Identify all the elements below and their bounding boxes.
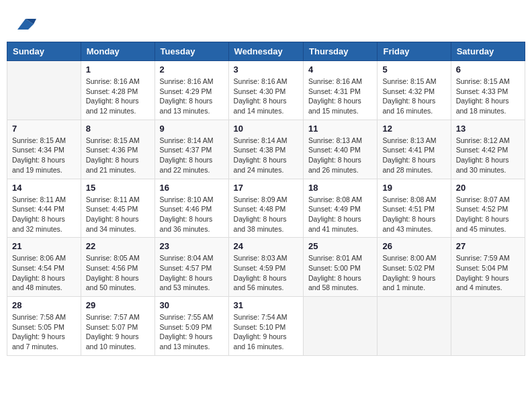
day-number: 4 [308,64,372,75]
day-info: Sunrise: 7:55 AM Sunset: 5:09 PM Dayligh… [160,312,224,352]
calendar-cell: 10Sunrise: 8:14 AM Sunset: 4:38 PM Dayli… [228,120,303,179]
day-number: 18 [308,183,372,193]
calendar-cell: 12Sunrise: 8:13 AM Sunset: 4:41 PM Dayli… [378,120,451,179]
day-info: Sunrise: 8:05 AM Sunset: 4:56 PM Dayligh… [86,253,150,293]
weekday-header-wednesday: Wednesday [228,42,303,61]
calendar-cell: 9Sunrise: 8:14 AM Sunset: 4:37 PM Daylig… [154,120,228,179]
calendar-cell: 17Sunrise: 8:09 AM Sunset: 4:48 PM Dayli… [228,179,303,238]
day-number: 16 [160,183,224,193]
calendar-week-row: 7Sunrise: 8:15 AM Sunset: 4:34 PM Daylig… [7,120,525,179]
calendar-cell: 2Sunrise: 8:16 AM Sunset: 4:29 PM Daylig… [154,61,228,120]
calendar-cell: 28Sunrise: 7:58 AM Sunset: 5:05 PM Dayli… [7,297,81,356]
day-info: Sunrise: 8:15 AM Sunset: 4:33 PM Dayligh… [456,77,520,116]
day-info: Sunrise: 8:11 AM Sunset: 4:45 PM Dayligh… [86,195,150,234]
calendar-cell: 29Sunrise: 7:57 AM Sunset: 5:07 PM Dayli… [81,297,154,356]
day-number: 15 [86,183,150,193]
calendar-cell: 19Sunrise: 8:08 AM Sunset: 4:51 PM Dayli… [378,179,451,238]
calendar-cell: 30Sunrise: 7:55 AM Sunset: 5:09 PM Dayli… [154,297,228,356]
calendar-cell [304,297,378,356]
day-info: Sunrise: 8:14 AM Sunset: 4:38 PM Dayligh… [234,136,298,175]
day-info: Sunrise: 8:10 AM Sunset: 4:46 PM Dayligh… [160,195,224,234]
calendar-week-row: 14Sunrise: 8:11 AM Sunset: 4:44 PM Dayli… [7,179,525,238]
calendar-cell: 25Sunrise: 8:01 AM Sunset: 5:00 PM Dayli… [304,238,378,297]
day-number: 3 [234,64,298,75]
calendar-cell: 26Sunrise: 8:00 AM Sunset: 5:02 PM Dayli… [378,238,451,297]
weekday-header-monday: Monday [81,42,154,61]
day-number: 7 [12,124,76,134]
calendar-cell: 3Sunrise: 8:16 AM Sunset: 4:30 PM Daylig… [228,61,303,120]
weekday-header-tuesday: Tuesday [154,42,228,61]
day-info: Sunrise: 8:07 AM Sunset: 4:52 PM Dayligh… [456,195,520,234]
day-number: 30 [160,300,224,310]
day-info: Sunrise: 8:09 AM Sunset: 4:48 PM Dayligh… [234,195,298,234]
calendar-cell [378,297,451,356]
day-info: Sunrise: 8:15 AM Sunset: 4:34 PM Dayligh… [12,136,76,175]
day-info: Sunrise: 8:13 AM Sunset: 4:41 PM Dayligh… [382,136,445,175]
calendar-cell [7,61,81,120]
day-number: 2 [160,64,224,75]
calendar-cell: 23Sunrise: 8:04 AM Sunset: 4:57 PM Dayli… [154,238,228,297]
day-number: 13 [456,124,520,134]
day-info: Sunrise: 8:08 AM Sunset: 4:49 PM Dayligh… [308,195,372,234]
calendar-cell: 21Sunrise: 8:06 AM Sunset: 4:54 PM Dayli… [7,238,81,297]
day-info: Sunrise: 8:08 AM Sunset: 4:51 PM Dayligh… [382,195,445,234]
day-number: 24 [234,241,298,251]
weekday-header-sunday: Sunday [7,42,81,61]
day-info: Sunrise: 8:15 AM Sunset: 4:32 PM Dayligh… [382,77,445,116]
calendar-week-row: 21Sunrise: 8:06 AM Sunset: 4:54 PM Dayli… [7,238,525,297]
logo [13,13,36,35]
weekday-header-row: SundayMondayTuesdayWednesdayThursdayFrid… [7,42,525,61]
day-number: 22 [86,241,150,251]
day-number: 31 [234,300,298,310]
weekday-header-saturday: Saturday [451,42,525,61]
day-number: 21 [12,241,76,251]
day-number: 26 [382,241,445,251]
calendar-cell: 5Sunrise: 8:15 AM Sunset: 4:32 PM Daylig… [378,61,451,120]
calendar-week-row: 28Sunrise: 7:58 AM Sunset: 5:05 PM Dayli… [7,297,525,356]
day-number: 19 [382,183,445,193]
day-info: Sunrise: 8:01 AM Sunset: 5:00 PM Dayligh… [308,253,372,293]
calendar-cell: 22Sunrise: 8:05 AM Sunset: 4:56 PM Dayli… [81,238,154,297]
calendar-cell: 8Sunrise: 8:15 AM Sunset: 4:36 PM Daylig… [81,120,154,179]
day-number: 17 [234,183,298,193]
calendar-cell: 24Sunrise: 8:03 AM Sunset: 4:59 PM Dayli… [228,238,303,297]
day-info: Sunrise: 8:00 AM Sunset: 5:02 PM Dayligh… [382,253,445,293]
weekday-header-thursday: Thursday [304,42,378,61]
day-number: 28 [12,300,76,310]
calendar-cell: 31Sunrise: 7:54 AM Sunset: 5:10 PM Dayli… [228,297,303,356]
day-info: Sunrise: 8:16 AM Sunset: 4:31 PM Dayligh… [308,77,372,116]
day-number: 11 [308,124,372,134]
day-info: Sunrise: 8:16 AM Sunset: 4:29 PM Dayligh… [160,77,224,116]
day-number: 8 [86,124,150,134]
day-number: 20 [456,183,520,193]
calendar-cell: 4Sunrise: 8:16 AM Sunset: 4:31 PM Daylig… [304,61,378,120]
page-header [7,7,525,38]
day-info: Sunrise: 8:16 AM Sunset: 4:28 PM Dayligh… [86,77,150,116]
day-info: Sunrise: 8:06 AM Sunset: 4:54 PM Dayligh… [12,253,76,293]
day-info: Sunrise: 8:04 AM Sunset: 4:57 PM Dayligh… [160,253,224,293]
day-number: 27 [456,241,520,251]
calendar-cell: 14Sunrise: 8:11 AM Sunset: 4:44 PM Dayli… [7,179,81,238]
day-info: Sunrise: 8:16 AM Sunset: 4:30 PM Dayligh… [234,77,298,116]
day-info: Sunrise: 7:54 AM Sunset: 5:10 PM Dayligh… [234,312,298,352]
day-info: Sunrise: 8:13 AM Sunset: 4:40 PM Dayligh… [308,136,372,175]
day-number: 9 [160,124,224,134]
calendar-cell: 27Sunrise: 7:59 AM Sunset: 5:04 PM Dayli… [451,238,525,297]
weekday-header-friday: Friday [378,42,451,61]
day-info: Sunrise: 8:03 AM Sunset: 4:59 PM Dayligh… [234,253,298,293]
calendar-cell: 20Sunrise: 8:07 AM Sunset: 4:52 PM Dayli… [451,179,525,238]
day-number: 12 [382,124,445,134]
calendar-cell: 7Sunrise: 8:15 AM Sunset: 4:34 PM Daylig… [7,120,81,179]
day-info: Sunrise: 8:15 AM Sunset: 4:36 PM Dayligh… [86,136,150,175]
day-number: 25 [308,241,372,251]
day-info: Sunrise: 7:59 AM Sunset: 5:04 PM Dayligh… [456,253,520,293]
calendar-week-row: 1Sunrise: 8:16 AM Sunset: 4:28 PM Daylig… [7,61,525,120]
day-number: 10 [234,124,298,134]
day-number: 29 [86,300,150,310]
day-info: Sunrise: 8:14 AM Sunset: 4:37 PM Dayligh… [160,136,224,175]
calendar-cell: 13Sunrise: 8:12 AM Sunset: 4:42 PM Dayli… [451,120,525,179]
calendar-cell: 16Sunrise: 8:10 AM Sunset: 4:46 PM Dayli… [154,179,228,238]
calendar-cell: 11Sunrise: 8:13 AM Sunset: 4:40 PM Dayli… [304,120,378,179]
calendar-cell: 18Sunrise: 8:08 AM Sunset: 4:49 PM Dayli… [304,179,378,238]
day-number: 5 [382,64,445,75]
